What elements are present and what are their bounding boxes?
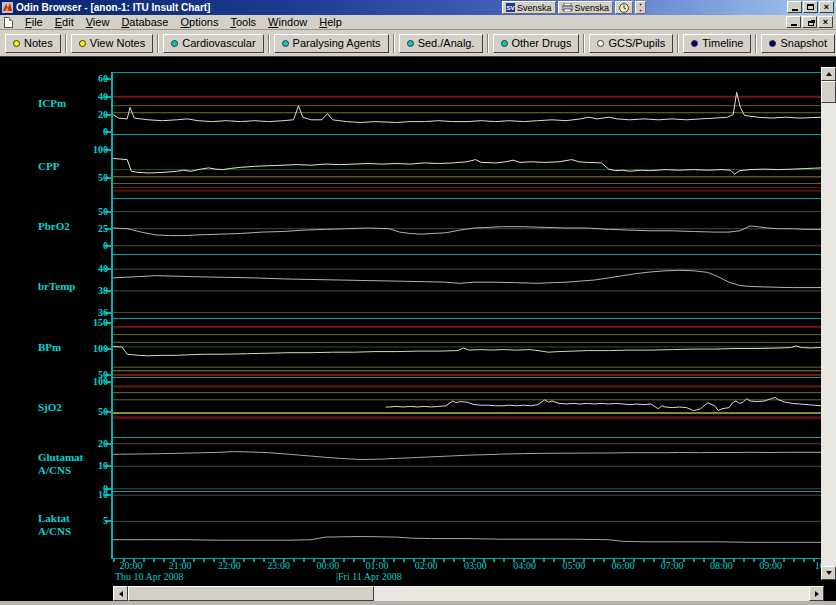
- toolbar-separator: [268, 34, 270, 53]
- window-controls: ×: [787, 1, 834, 13]
- chart-label-bpm: BPm: [38, 341, 110, 354]
- menu-tools[interactable]: Tools: [224, 15, 262, 29]
- y-tick-label-brtemp: 36: [76, 307, 108, 318]
- chart-label-icpm: ICPm: [38, 97, 110, 110]
- mdi-restore-icon: [808, 21, 814, 26]
- window-maximize-icon: [807, 4, 814, 10]
- window-minimize-button[interactable]: [787, 1, 802, 13]
- toolbar-button-label: Sed./Analg.: [418, 37, 475, 49]
- toolbar-separator: [677, 34, 679, 53]
- chart-plot-sjo2[interactable]: [113, 377, 821, 437]
- menu-options[interactable]: Options: [174, 15, 224, 29]
- language-bar-label: Svenska: [575, 3, 610, 13]
- y-tick-label-glutamat: 20: [76, 438, 108, 449]
- chart-label-cpp: CPP: [38, 160, 110, 173]
- time-label: 21:00: [160, 560, 200, 571]
- toolbar-separator: [755, 34, 757, 53]
- menu-database[interactable]: Database: [115, 15, 174, 29]
- menu-edit[interactable]: Edit: [49, 15, 80, 29]
- toolbar-dot-icon: [13, 40, 20, 47]
- toolbar-dot-icon: [597, 40, 604, 47]
- toolbar-dot-icon: [79, 40, 86, 47]
- menu-items: FileEditViewDatabaseOptionsToolsWindowHe…: [19, 15, 348, 29]
- y-tick-label-pbro2: 50: [76, 206, 108, 217]
- toolbar-button-label: View Notes: [90, 37, 145, 49]
- time-label: 04:00: [505, 560, 545, 571]
- window-close-button[interactable]: ×: [819, 1, 834, 13]
- toolbar: NotesView NotesCardiovascularParalysing …: [0, 30, 836, 57]
- toolbar-button-sed-analg-[interactable]: Sed./Analg.: [399, 34, 483, 53]
- chart-label-laktat: LaktatA/CNS: [38, 512, 110, 538]
- time-label: 08:00: [701, 560, 741, 571]
- chart-canvas-bpm: [113, 318, 821, 377]
- chart-label-brtemp: brTemp: [38, 280, 110, 293]
- arrow-up-icon: [826, 72, 832, 76]
- mdi-minimize-button[interactable]: [786, 16, 801, 28]
- date-label: Thu 10 Apr 2008: [115, 571, 184, 582]
- chart-plot-glutamat[interactable]: [113, 437, 821, 491]
- mdi-close-button[interactable]: ×: [818, 16, 833, 28]
- menu-window[interactable]: Window: [262, 15, 313, 29]
- chart-plot-laktat[interactable]: [113, 491, 821, 558]
- menu-help[interactable]: Help: [313, 15, 348, 29]
- mdi-minimize-icon: [791, 24, 797, 26]
- arrow-down-icon: [826, 571, 832, 575]
- language-bar-item[interactable]: ⁚: [635, 1, 646, 14]
- menu-bar: FileEditViewDatabaseOptionsToolsWindowHe…: [0, 15, 836, 30]
- chart-canvas-brtemp: [113, 254, 821, 318]
- scroll-up-button[interactable]: [821, 67, 836, 81]
- date-label: |Fri 11 Apr 2008: [336, 571, 402, 582]
- toolbar-button-snapshot[interactable]: Snapshot: [761, 34, 834, 53]
- arrow-right-icon: [815, 591, 819, 597]
- toolbar-button-gcs-pupils[interactable]: GCS/Pupils: [589, 34, 673, 53]
- mdi-restore-button[interactable]: [802, 16, 817, 28]
- language-bar-item[interactable]: [615, 1, 633, 14]
- y-tick-label-icpm: 20: [76, 109, 108, 120]
- time-label: 01:00: [357, 560, 397, 571]
- chart-plot-brtemp[interactable]: [113, 254, 821, 318]
- toolbar-button-timeline[interactable]: Timeline: [683, 34, 751, 53]
- scroll-down-button[interactable]: [821, 566, 836, 580]
- chart-plot-bpm[interactable]: [113, 318, 821, 377]
- language-bar-item[interactable]: Svenska: [558, 1, 614, 14]
- scroll-right-button[interactable]: [809, 586, 824, 601]
- language-bar-item[interactable]: SVSvenska: [502, 1, 556, 14]
- menu-file[interactable]: File: [19, 15, 49, 29]
- chart-canvas-sjo2: [113, 377, 821, 437]
- horizontal-scrollbar[interactable]: [113, 586, 824, 601]
- y-tick-label-cpp: 100: [76, 144, 108, 155]
- time-label: 09:00: [751, 560, 791, 571]
- y-tick-label-bpm: 150: [76, 317, 108, 328]
- toolbar-button-notes[interactable]: Notes: [5, 34, 61, 53]
- time-label: 06:00: [603, 560, 643, 571]
- chart-label-glutamat: GlutamatA/CNS: [38, 451, 110, 477]
- vertical-scrollbar[interactable]: [821, 67, 836, 580]
- chart-plot-icpm[interactable]: [113, 72, 821, 134]
- mdi-system-menu-icon[interactable]: [4, 17, 13, 28]
- toolbar-button-other-drugs[interactable]: Other Drugs: [493, 34, 580, 53]
- title-bar: Odin Browser - [anon-1: ITU Insult Chart…: [0, 0, 836, 15]
- toolbar-button-label: Timeline: [702, 37, 743, 49]
- trace-glutamat: [113, 452, 821, 460]
- menu-view[interactable]: View: [80, 15, 116, 29]
- window-maximize-button[interactable]: [803, 1, 818, 13]
- chart-plot-cpp[interactable]: [113, 134, 821, 198]
- toolbar-button-cardiovascular[interactable]: Cardiovascular: [163, 34, 263, 53]
- horizontal-scroll-thumb[interactable]: [128, 586, 374, 601]
- toolbar-button-label: Other Drugs: [512, 37, 572, 49]
- clock-icon: [619, 3, 629, 13]
- vertical-scroll-thumb[interactable]: [821, 81, 836, 103]
- app-icon: [2, 2, 13, 13]
- window-title: Odin Browser - [anon-1: ITU Insult Chart…: [16, 2, 210, 13]
- time-label: 00:00: [308, 560, 348, 571]
- scroll-left-button[interactable]: [113, 586, 128, 601]
- toolbar-dot-icon: [282, 40, 289, 47]
- toolbar-button-paralysing-agents[interactable]: Paralysing Agents: [274, 34, 389, 53]
- mdi-window-controls: ×: [786, 16, 833, 28]
- chart-plot-pbro2[interactable]: [113, 198, 821, 254]
- sv-language-icon: SV: [506, 3, 515, 12]
- time-label: 02:00: [406, 560, 446, 571]
- time-label: 20:00: [111, 560, 151, 571]
- toolbar-button-view-notes[interactable]: View Notes: [71, 34, 153, 53]
- time-label: 23:00: [259, 560, 299, 571]
